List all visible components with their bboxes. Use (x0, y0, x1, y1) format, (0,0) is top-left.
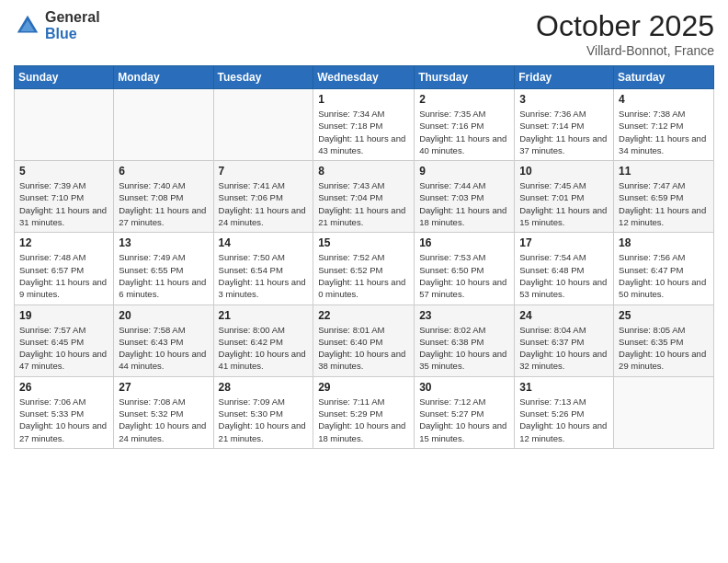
header-tuesday: Tuesday (213, 66, 313, 89)
day-info: Sunrise: 7:34 AM Sunset: 7:18 PM Dayligh… (318, 108, 409, 156)
table-row (614, 376, 714, 448)
logo-icon (14, 12, 41, 40)
table-row: 10Sunrise: 7:45 AM Sunset: 7:01 PM Dayli… (515, 161, 614, 233)
day-number: 27 (119, 381, 208, 394)
day-number: 12 (19, 236, 108, 249)
day-info: Sunrise: 7:35 AM Sunset: 7:16 PM Dayligh… (419, 108, 509, 156)
day-info: Sunrise: 7:50 AM Sunset: 6:54 PM Dayligh… (219, 251, 309, 300)
day-info: Sunrise: 7:13 AM Sunset: 5:26 PM Dayligh… (519, 396, 609, 444)
day-number: 21 (219, 309, 309, 322)
day-info: Sunrise: 7:06 AM Sunset: 5:33 PM Dayligh… (19, 396, 108, 444)
day-number: 4 (619, 93, 709, 106)
day-number: 13 (119, 236, 208, 249)
table-row: 7Sunrise: 7:41 AM Sunset: 7:06 PM Daylig… (213, 161, 313, 233)
table-row: 16Sunrise: 7:53 AM Sunset: 6:50 PM Dayli… (415, 233, 515, 304)
table-row: 26Sunrise: 7:06 AM Sunset: 5:33 PM Dayli… (15, 376, 114, 448)
header-sunday: Sunday (15, 66, 114, 89)
day-info: Sunrise: 7:57 AM Sunset: 6:45 PM Dayligh… (19, 324, 108, 373)
calendar-week-row: 1Sunrise: 7:34 AM Sunset: 7:18 PM Daylig… (15, 89, 714, 161)
day-number: 18 (619, 236, 709, 249)
day-number: 17 (519, 236, 609, 249)
table-row: 6Sunrise: 7:40 AM Sunset: 7:08 PM Daylig… (114, 161, 213, 233)
calendar-location: Villard-Bonnot, France (536, 43, 714, 58)
day-number: 3 (519, 93, 609, 106)
calendar-week-row: 26Sunrise: 7:06 AM Sunset: 5:33 PM Dayli… (15, 376, 714, 448)
day-info: Sunrise: 7:53 AM Sunset: 6:50 PM Dayligh… (419, 251, 509, 300)
day-info: Sunrise: 7:44 AM Sunset: 7:03 PM Dayligh… (419, 179, 509, 228)
calendar-week-row: 12Sunrise: 7:48 AM Sunset: 6:57 PM Dayli… (15, 233, 714, 304)
table-row: 30Sunrise: 7:12 AM Sunset: 5:27 PM Dayli… (415, 376, 515, 448)
day-number: 23 (419, 309, 509, 322)
day-number: 16 (419, 236, 509, 249)
day-number: 7 (219, 165, 309, 178)
table-row: 11Sunrise: 7:47 AM Sunset: 6:59 PM Dayli… (614, 161, 714, 233)
day-info: Sunrise: 7:45 AM Sunset: 7:01 PM Dayligh… (519, 179, 609, 228)
header-monday: Monday (114, 66, 213, 89)
table-row: 8Sunrise: 7:43 AM Sunset: 7:04 PM Daylig… (313, 161, 415, 233)
table-row: 13Sunrise: 7:49 AM Sunset: 6:55 PM Dayli… (114, 233, 213, 304)
table-row: 17Sunrise: 7:54 AM Sunset: 6:48 PM Dayli… (515, 233, 614, 304)
day-info: Sunrise: 7:43 AM Sunset: 7:04 PM Dayligh… (318, 179, 409, 228)
day-number: 28 (219, 381, 309, 394)
day-number: 9 (419, 165, 509, 178)
day-info: Sunrise: 7:47 AM Sunset: 6:59 PM Dayligh… (619, 179, 709, 228)
day-info: Sunrise: 7:48 AM Sunset: 6:57 PM Dayligh… (19, 251, 108, 300)
day-info: Sunrise: 7:09 AM Sunset: 5:30 PM Dayligh… (219, 396, 309, 444)
day-number: 14 (219, 236, 309, 249)
logo-text: General Blue (45, 9, 100, 41)
day-number: 11 (619, 165, 709, 178)
table-row: 31Sunrise: 7:13 AM Sunset: 5:26 PM Dayli… (515, 376, 614, 448)
calendar-title: October 2025 (536, 9, 714, 43)
table-row (15, 89, 114, 161)
day-number: 20 (119, 309, 208, 322)
table-row: 21Sunrise: 8:00 AM Sunset: 6:42 PM Dayli… (213, 304, 313, 376)
table-row: 9Sunrise: 7:44 AM Sunset: 7:03 PM Daylig… (415, 161, 515, 233)
table-row: 20Sunrise: 7:58 AM Sunset: 6:43 PM Dayli… (114, 304, 213, 376)
day-info: Sunrise: 7:08 AM Sunset: 5:32 PM Dayligh… (119, 396, 208, 444)
day-info: Sunrise: 7:49 AM Sunset: 6:55 PM Dayligh… (119, 251, 208, 300)
day-info: Sunrise: 7:54 AM Sunset: 6:48 PM Dayligh… (519, 251, 609, 300)
table-row: 28Sunrise: 7:09 AM Sunset: 5:30 PM Dayli… (213, 376, 313, 448)
table-row: 1Sunrise: 7:34 AM Sunset: 7:18 PM Daylig… (313, 89, 415, 161)
day-number: 29 (318, 381, 409, 394)
day-info: Sunrise: 7:56 AM Sunset: 6:47 PM Dayligh… (619, 251, 709, 300)
table-row: 14Sunrise: 7:50 AM Sunset: 6:54 PM Dayli… (213, 233, 313, 304)
header-thursday: Thursday (415, 66, 515, 89)
day-info: Sunrise: 7:36 AM Sunset: 7:14 PM Dayligh… (519, 108, 609, 156)
day-info: Sunrise: 8:04 AM Sunset: 6:37 PM Dayligh… (519, 324, 609, 373)
calendar-week-row: 5Sunrise: 7:39 AM Sunset: 7:10 PM Daylig… (15, 161, 714, 233)
table-row: 29Sunrise: 7:11 AM Sunset: 5:29 PM Dayli… (313, 376, 415, 448)
table-row (114, 89, 213, 161)
header-friday: Friday (515, 66, 614, 89)
day-info: Sunrise: 8:00 AM Sunset: 6:42 PM Dayligh… (219, 324, 309, 373)
day-info: Sunrise: 7:40 AM Sunset: 7:08 PM Dayligh… (119, 179, 208, 228)
day-number: 2 (419, 93, 509, 106)
header-saturday: Saturday (614, 66, 714, 89)
table-row: 12Sunrise: 7:48 AM Sunset: 6:57 PM Dayli… (15, 233, 114, 304)
day-number: 24 (519, 309, 609, 322)
day-number: 15 (318, 236, 409, 249)
day-number: 1 (318, 93, 409, 106)
day-number: 26 (19, 381, 108, 394)
page: General Blue October 2025 Villard-Bonnot… (0, 0, 728, 563)
day-number: 31 (519, 381, 609, 394)
table-row (213, 89, 313, 161)
day-info: Sunrise: 7:41 AM Sunset: 7:06 PM Dayligh… (219, 179, 309, 228)
table-row: 19Sunrise: 7:57 AM Sunset: 6:45 PM Dayli… (15, 304, 114, 376)
day-number: 22 (318, 309, 409, 322)
day-info: Sunrise: 7:11 AM Sunset: 5:29 PM Dayligh… (318, 396, 409, 444)
day-number: 8 (318, 165, 409, 178)
day-info: Sunrise: 7:58 AM Sunset: 6:43 PM Dayligh… (119, 324, 208, 373)
table-row: 5Sunrise: 7:39 AM Sunset: 7:10 PM Daylig… (15, 161, 114, 233)
table-row: 27Sunrise: 7:08 AM Sunset: 5:32 PM Dayli… (114, 376, 213, 448)
header: General Blue October 2025 Villard-Bonnot… (14, 9, 714, 58)
calendar-week-row: 19Sunrise: 7:57 AM Sunset: 6:45 PM Dayli… (15, 304, 714, 376)
day-number: 30 (419, 381, 509, 394)
table-row: 25Sunrise: 8:05 AM Sunset: 6:35 PM Dayli… (614, 304, 714, 376)
table-row: 3Sunrise: 7:36 AM Sunset: 7:14 PM Daylig… (515, 89, 614, 161)
day-info: Sunrise: 7:38 AM Sunset: 7:12 PM Dayligh… (619, 108, 709, 156)
title-block: October 2025 Villard-Bonnot, France (536, 9, 714, 58)
logo-general-text: General (45, 9, 100, 26)
table-row: 4Sunrise: 7:38 AM Sunset: 7:12 PM Daylig… (614, 89, 714, 161)
day-number: 25 (619, 309, 709, 322)
